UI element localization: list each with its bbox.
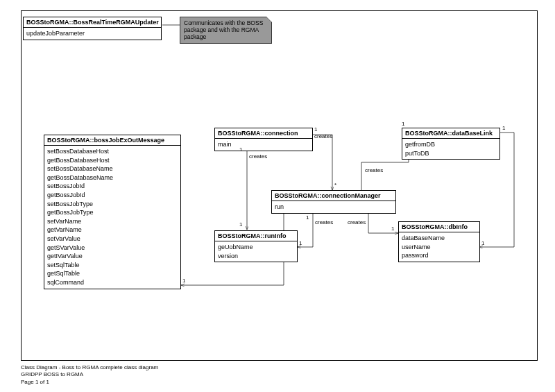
attr: userName <box>402 243 477 252</box>
method: setBossJobId <box>47 182 178 191</box>
rel-label: creates <box>314 133 332 139</box>
class-dblink: BOSStoRGMA::dataBaseLink getfromDB putTo… <box>402 128 500 160</box>
method: putToDB <box>405 149 497 158</box>
method: getBossDatabaseHost <box>47 156 178 165</box>
diagram-frame: BOSStoRGMA::BossRealTimeRGMAUpdater upda… <box>21 10 538 361</box>
footer-project: GRIDPP BOSS to RGMA <box>21 371 158 378</box>
attr: dataBaseName <box>402 234 477 243</box>
method: getVarName <box>47 225 178 235</box>
note-line: package <box>184 33 268 40</box>
mult: 1 <box>314 126 317 133</box>
class-title: BOSStoRGMA::dbInfo <box>399 222 479 232</box>
method: sqlCommand <box>47 278 178 287</box>
note-line: Communicates with the BOSS <box>184 19 268 26</box>
mult: 1 <box>306 214 309 221</box>
method: main <box>218 140 309 149</box>
method: geUobName <box>218 243 294 252</box>
method: getBossJobType <box>47 208 178 217</box>
method: version <box>218 252 294 261</box>
class-connection: BOSStoRGMA::connection main <box>214 128 313 151</box>
class-title: BOSStoRGMA::connectionManager <box>272 191 395 201</box>
method: getSqlTable <box>47 269 178 278</box>
method: run <box>275 203 393 212</box>
class-title: BOSStoRGMA::bossJobExOutMessage <box>44 135 180 146</box>
mult: 1 <box>299 240 302 246</box>
method: setSqlTable <box>47 261 178 270</box>
class-dbinfo: BOSStoRGMA::dbInfo dataBaseName userName… <box>398 221 480 262</box>
class-title: BOSStoRGMA::dataBaseLink <box>402 128 500 139</box>
note-box: Communicates with the BOSS package and w… <box>180 17 272 44</box>
mult: 1 <box>481 240 484 246</box>
class-title: BOSStoRGMA::connection <box>215 128 312 139</box>
rel-label: creates <box>249 153 267 160</box>
method: getIVarValue <box>47 252 178 261</box>
class-title: BOSStoRGMA::runInfo <box>215 231 297 241</box>
class-connmgr: BOSStoRGMA::connectionManager run <box>271 190 396 214</box>
class-updater: BOSStoRGMA::BossRealTimeRGMAUpdater upda… <box>23 17 162 40</box>
rel-label: creates <box>348 219 366 225</box>
rel-label: creates <box>365 167 383 173</box>
mult: 1 <box>182 278 185 284</box>
mult: 1 <box>391 225 394 232</box>
attr: password <box>402 251 477 260</box>
note-line: package and with the RGMA <box>184 26 268 33</box>
method: getSVarValue <box>47 244 178 253</box>
rel-label: creates <box>315 219 333 225</box>
method: updateJobParameter <box>26 29 158 38</box>
mult: 1 <box>402 121 404 127</box>
class-title: BOSStoRGMA::BossRealTimeRGMAUpdater <box>24 17 161 28</box>
mult: * <box>334 182 336 188</box>
method: setVarValue <box>47 235 178 244</box>
page-footer: Class Diagram - Boss to RGMA complete cl… <box>21 364 158 386</box>
method: getBossDatabaseName <box>47 173 178 182</box>
method: getBossJobId <box>47 191 178 200</box>
method: setBossJobType <box>47 200 178 209</box>
method: setVarName <box>47 217 178 226</box>
mult: 1 <box>239 146 242 153</box>
footer-title: Class Diagram - Boss to RGMA complete cl… <box>21 364 158 371</box>
method: setBossDatabaseName <box>47 164 178 173</box>
method: setBossDatabaseHost <box>47 147 178 156</box>
class-msg: BOSStoRGMA::bossJobExOutMessage setBossD… <box>44 135 181 289</box>
mult: 1 <box>239 221 242 228</box>
footer-page: Page 1 of 1 <box>21 379 158 386</box>
class-runinfo: BOSStoRGMA::runInfo geUobName version <box>214 230 298 262</box>
mult: 1 <box>502 125 505 131</box>
method: getfromDB <box>405 140 497 149</box>
